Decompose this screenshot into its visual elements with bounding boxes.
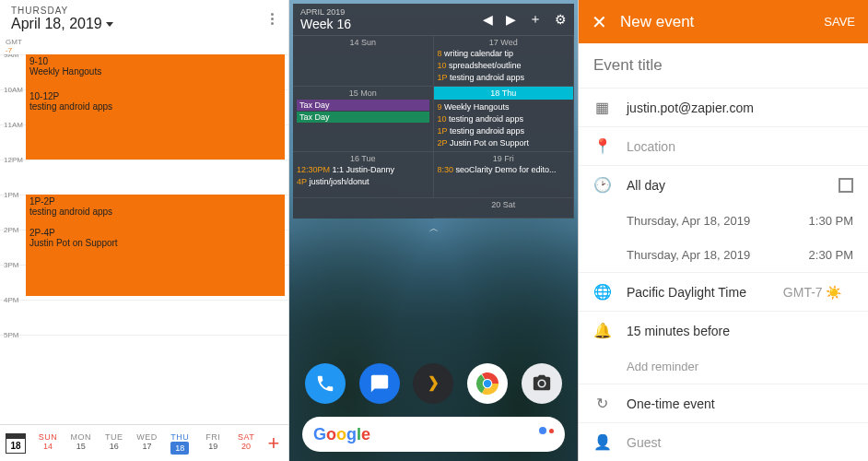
start-date: Thursday, Apr 18, 2019 — [627, 214, 750, 228]
tz-offset-label: GMT-7 ☀️ — [783, 285, 842, 300]
end-time: 2:30 PM — [809, 248, 853, 262]
all-day-row[interactable]: 🕑 All day — [579, 165, 868, 204]
hour-label: 1PM — [4, 191, 18, 199]
timezone-row[interactable]: 🌐 Pacific Daylight Time GMT-7 ☀️ — [579, 272, 868, 311]
event-title-input[interactable] — [579, 43, 868, 88]
calendar-row[interactable]: ▦ justin.pot@zapier.com — [579, 88, 868, 126]
start-datetime-row[interactable]: Thursday, Apr 18, 2019 1:30 PM — [579, 204, 868, 238]
calendar-event[interactable]: 2P-4PJustin Pot on Support — [26, 226, 285, 296]
add-reminder-row[interactable]: Add reminder — [579, 349, 868, 384]
plex-app-icon[interactable] — [413, 363, 453, 404]
dock — [289, 356, 578, 411]
hour-label: 2PM — [4, 226, 18, 234]
svg-point-2 — [484, 380, 491, 387]
widget-day-cell[interactable]: 16 Tue12:30PM 1:1 Justin-Danny4P justin/… — [293, 152, 434, 198]
day-column[interactable]: SUN14 — [31, 432, 65, 455]
search-bar[interactable]: Google — [302, 417, 565, 452]
week-strip: 18 SUN14MON15TUE16WED17THU18FRI19SAT20 + — [0, 424, 288, 461]
google-logo-icon: Google — [313, 425, 370, 444]
repeat-value: One-time event — [627, 396, 715, 411]
end-date: Thursday, Apr 18, 2019 — [627, 248, 750, 262]
widget-day-cell[interactable]: 19 Fri8:30 seoClarity Demo for edito... — [434, 152, 575, 198]
day-column[interactable]: THU18 — [163, 432, 196, 455]
location-row[interactable]: 📍 Location — [579, 126, 868, 165]
widget-header: APRIL 2019 Week 16 ◀ ▶ ＋ ⚙ — [293, 4, 574, 36]
chrome-app-icon[interactable] — [467, 363, 508, 404]
day-header: THURSDAY April 18, 2019 — [0, 0, 288, 38]
widget-title[interactable]: APRIL 2019 Week 16 — [300, 7, 351, 31]
day-column[interactable]: WED17 — [131, 432, 164, 455]
location-placeholder: Location — [627, 139, 675, 154]
widget-grid: 14 Sun17 Wed8 writing calendar tip10 spr… — [293, 36, 574, 219]
timezone-label: GMT -7 — [0, 38, 288, 54]
bell-icon: 🔔 — [593, 322, 610, 339]
calendar-value: justin.pot@zapier.com — [627, 100, 754, 115]
hour-label: 11AM — [4, 121, 23, 129]
calendar-widget[interactable]: APRIL 2019 Week 16 ◀ ▶ ＋ ⚙ 14 Sun17 Wed8… — [293, 4, 574, 219]
guest-row[interactable]: 👤 Guest — [579, 422, 868, 461]
more-options-button[interactable] — [267, 9, 277, 29]
new-event-panel: ✕ New event SAVE ▦ justin.pot@zapier.com… — [579, 0, 868, 461]
camera-app-icon[interactable] — [522, 363, 562, 404]
day-column[interactable]: TUE16 — [98, 432, 131, 455]
globe-icon: 🌐 — [593, 283, 610, 301]
day-view-panel: THURSDAY April 18, 2019 GMT -7 9AM10AM11… — [0, 0, 289, 461]
guest-label: Guest — [627, 435, 661, 450]
widget-day-cell[interactable]: 20 Sat — [434, 198, 575, 219]
clock-icon: 🕑 — [593, 176, 610, 194]
calendar-icon-num: 18 — [6, 439, 25, 453]
day-column[interactable]: MON15 — [65, 432, 98, 455]
next-icon[interactable]: ▶ — [506, 12, 516, 27]
dropdown-icon — [106, 22, 113, 27]
app-drawer-handle[interactable]: ︿ — [289, 222, 578, 235]
settings-icon[interactable]: ⚙ — [555, 12, 567, 27]
calendar-event[interactable]: 10-12Ptesting android apps — [26, 89, 285, 160]
new-event-header: ✕ New event SAVE — [579, 0, 868, 43]
tz-offset: -7 — [6, 46, 12, 54]
messages-app-icon[interactable] — [359, 363, 400, 404]
tz-text: GMT — [6, 38, 22, 46]
location-icon: 📍 — [593, 137, 610, 155]
start-time: 1:30 PM — [809, 214, 853, 228]
widget-day-cell[interactable]: 17 Wed8 writing calendar tip10 spreadshe… — [434, 36, 575, 87]
all-day-label: All day — [627, 178, 665, 193]
save-button[interactable]: SAVE — [824, 15, 855, 29]
add-event-button[interactable]: + — [264, 434, 283, 453]
date-string: April 18, 2019 — [11, 16, 113, 32]
calendar-event[interactable]: 1P-2Ptesting android apps — [26, 195, 285, 226]
calendar-event[interactable]: 9-10Weekly Hangouts — [26, 54, 285, 89]
calendar-icon[interactable]: 18 — [6, 433, 26, 454]
widget-week: Week 16 — [300, 17, 351, 31]
assistant-icon[interactable] — [539, 427, 554, 442]
end-datetime-row[interactable]: Thursday, Apr 18, 2019 2:30 PM — [579, 238, 868, 272]
hour-label: 4PM — [4, 296, 18, 304]
day-column[interactable]: FRI19 — [196, 432, 229, 455]
add-reminder-label: Add reminder — [627, 360, 698, 373]
add-icon[interactable]: ＋ — [529, 11, 542, 28]
hour-grid[interactable]: 9AM10AM11AM12PM1PM2PM3PM4PM5PM9-10Weekly… — [0, 54, 288, 424]
hour-label: 3PM — [4, 261, 18, 269]
hour-label: 10AM — [4, 86, 23, 94]
hour-label: 5PM — [4, 331, 18, 339]
close-icon[interactable]: ✕ — [592, 11, 607, 33]
widget-month: APRIL 2019 — [300, 7, 351, 17]
widget-day-cell[interactable]: 15 MonTax DayTax Day — [293, 87, 434, 152]
widget-day-cell[interactable]: 18 Thu9 Weekly Hangouts10 testing androi… — [434, 87, 575, 152]
person-icon: 👤 — [593, 433, 610, 451]
widget-day-cell[interactable]: 14 Sun — [293, 36, 434, 87]
phone-app-icon[interactable] — [305, 363, 346, 404]
reminder-value: 15 minutes before — [627, 324, 730, 338]
date-text: April 18, 2019 — [11, 16, 102, 32]
widget-controls: ◀ ▶ ＋ ⚙ — [483, 11, 567, 28]
tz-name: Pacific Daylight Time — [627, 285, 746, 300]
reminder-row[interactable]: 🔔 15 minutes before — [579, 311, 868, 349]
date-picker[interactable]: THURSDAY April 18, 2019 — [11, 6, 113, 32]
home-screen: APRIL 2019 Week 16 ◀ ▶ ＋ ⚙ 14 Sun17 Wed8… — [289, 0, 579, 461]
hour-label: 12PM — [4, 156, 23, 164]
prev-icon[interactable]: ◀ — [483, 12, 493, 27]
hour-label: 9AM — [4, 54, 18, 59]
calendar-field-icon: ▦ — [593, 99, 610, 116]
day-column[interactable]: SAT20 — [229, 432, 263, 455]
all-day-checkbox[interactable] — [839, 178, 853, 193]
repeat-row[interactable]: ↻ One-time event — [579, 384, 868, 422]
